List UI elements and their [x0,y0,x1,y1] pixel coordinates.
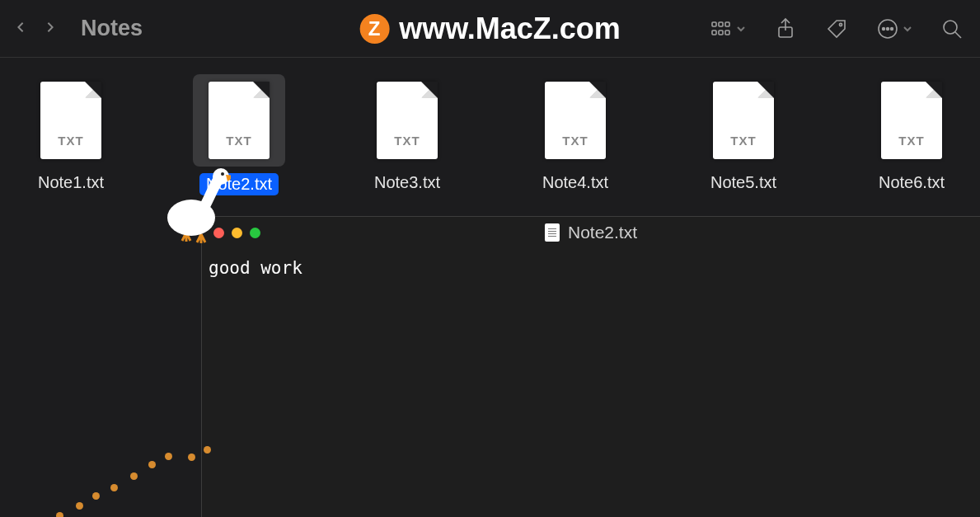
svg-point-9 [883,27,885,30]
nav-forward-button[interactable] [45,21,56,36]
share-icon [774,17,797,40]
svg-rect-5 [725,31,729,35]
file-item-note1[interactable]: TXT Note1.txt [25,74,117,195]
nav-buttons [15,21,56,36]
chevron-down-icon [736,24,746,34]
svg-rect-1 [719,22,723,26]
tags-button[interactable] [825,17,848,40]
svg-point-10 [887,27,889,30]
file-name-label: Note6.txt [879,173,945,192]
chevron-down-icon [903,24,912,34]
chevron-left-icon [15,21,26,33]
svg-point-7 [839,23,842,26]
desktop-goose-icon [165,162,231,236]
file-grid: TXT Note1.txt TXT Note2.txt TXT Note3.tx… [0,58,980,212]
file-name-label: Note5.txt [710,173,776,192]
watermark-text: www.MacZ.com [399,12,621,46]
preview-content: good work [209,258,973,278]
file-ext-label: TXT [209,134,270,148]
preview-window: Note2.txt good work [201,216,980,517]
window-minimize-button[interactable] [232,228,242,238]
window-zoom-button[interactable] [250,228,260,238]
chevron-right-icon [45,21,56,33]
grid-icon [710,17,733,40]
file-icon: TXT [865,74,958,167]
toolbar-right-tools [710,17,965,40]
file-ext-label: TXT [377,134,438,148]
watermark-badge-icon: Z [359,14,389,44]
search-button[interactable] [940,17,964,40]
svg-point-12 [944,21,957,34]
svg-rect-3 [712,31,716,35]
file-name-label: Note3.txt [374,173,440,192]
ellipsis-circle-icon [876,17,899,40]
search-icon [940,17,964,40]
file-item-note5[interactable]: TXT Note5.txt [697,74,790,195]
finder-toolbar: Notes Z www.MacZ.com [0,0,980,58]
share-button[interactable] [774,17,797,40]
file-icon: TXT [529,74,621,167]
nav-back-button[interactable] [15,21,26,36]
file-ext-label: TXT [40,134,101,148]
file-icon: TXT [193,74,285,167]
folder-title: Notes [81,16,143,41]
preview-title: Note2.txt [545,223,637,242]
svg-point-16 [221,172,224,176]
file-ext-label: TXT [545,134,606,148]
document-icon [545,223,560,242]
file-item-note3[interactable]: TXT Note3.txt [361,74,453,195]
file-name-label: Note1.txt [38,173,104,192]
file-item-note6[interactable]: TXT Note6.txt [865,74,958,195]
file-icon: TXT [697,74,790,167]
preview-title-text: Note2.txt [568,223,637,242]
more-actions-button[interactable] [876,17,912,40]
file-icon: TXT [361,74,453,167]
svg-rect-4 [719,31,723,35]
file-item-note4[interactable]: TXT Note4.txt [529,74,621,195]
svg-point-11 [891,27,893,30]
watermark: Z www.MacZ.com [359,12,621,46]
svg-rect-0 [712,22,716,26]
view-options-button[interactable] [710,17,746,40]
preview-body[interactable]: good work [202,248,980,288]
file-ext-label: TXT [881,134,942,148]
file-name-label: Note4.txt [542,173,608,192]
svg-line-13 [955,32,961,38]
tag-icon [825,17,848,40]
file-icon: TXT [25,74,117,167]
file-ext-label: TXT [713,134,774,148]
preview-titlebar[interactable]: Note2.txt [202,217,980,248]
svg-rect-2 [725,22,729,26]
